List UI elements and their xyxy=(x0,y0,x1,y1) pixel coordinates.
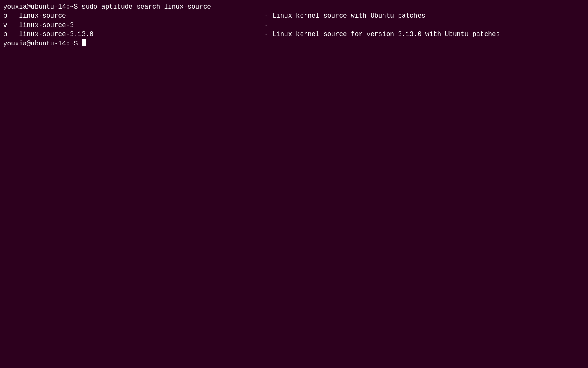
status-1: p xyxy=(3,12,7,20)
result-row-1: p linux-source - Linux kernel source wit… xyxy=(3,11,585,20)
new-prompt: youxia@ubuntu-14:~$ xyxy=(3,39,82,48)
new-prompt-line[interactable]: youxia@ubuntu-14:~$ xyxy=(3,39,585,48)
result-row-2: v linux-source-3 - xyxy=(3,21,585,30)
result-right-2: - xyxy=(265,21,269,30)
result-left-1: p linux-source xyxy=(3,11,265,20)
result-left-2: v linux-source-3 xyxy=(3,21,265,30)
result-right-3: - Linux kernel source for version 3.13.0… xyxy=(265,30,500,39)
package-2: linux-source-3 xyxy=(7,22,160,29)
status-2: v xyxy=(3,22,7,29)
terminal-window[interactable]: youxia@ubuntu-14:~$ sudo aptitude search… xyxy=(3,2,585,366)
result-right-1: - Linux kernel source with Ubuntu patche… xyxy=(265,11,425,20)
prompt: youxia@ubuntu-14:~$ xyxy=(3,2,82,11)
command-text: sudo aptitude search linux-source xyxy=(82,2,211,11)
status-3: p xyxy=(3,31,7,38)
command-line: youxia@ubuntu-14:~$ sudo aptitude search… xyxy=(3,2,585,11)
package-3: linux-source-3.13.0 xyxy=(7,31,160,38)
result-row-3: p linux-source-3.13.0 - Linux kernel sou… xyxy=(3,30,585,39)
package-1: linux-source xyxy=(7,12,160,20)
result-left-3: p linux-source-3.13.0 xyxy=(3,30,265,39)
cursor xyxy=(82,39,86,46)
